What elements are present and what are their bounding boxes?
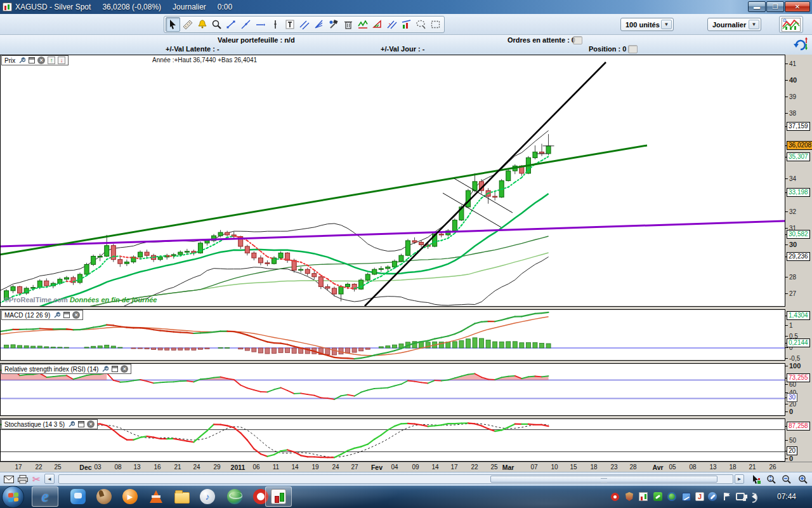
detach-window-icon[interactable] (29, 57, 35, 64)
vertical-line-tool-icon (269, 18, 282, 31)
vertical-line-tool[interactable] (268, 17, 282, 32)
time-axis-label: 22 (471, 464, 478, 471)
volume-icon[interactable] (749, 491, 759, 502)
taskbar-explorer-folder-icon[interactable] (174, 488, 190, 505)
prorealtime-tray-icon[interactable] (638, 491, 648, 502)
wrench-icon[interactable] (67, 420, 75, 428)
rsi-panel-header[interactable]: Relative strength index (RSI) (14) × (1, 364, 131, 374)
lasso-select-tool[interactable] (414, 17, 428, 32)
network-monitor-icon[interactable] (681, 491, 691, 502)
stochastic-panel[interactable] (0, 418, 785, 462)
restore-button[interactable]: ❐ (766, 1, 784, 12)
action-center-flag-icon[interactable] (721, 491, 731, 502)
download-manager-icon[interactable] (653, 491, 663, 502)
start-button[interactable] (2, 486, 24, 508)
wrench-icon[interactable] (18, 57, 26, 64)
units-select[interactable]: 100 unités ▼ (620, 18, 674, 31)
stochastic-panel-header[interactable]: Stochastique (14 3 5) × (1, 419, 98, 429)
taskbar-media-player-icon[interactable]: ▶ (122, 488, 138, 505)
axis-label: 1,4304 (787, 311, 810, 320)
zoom-vertical-icon[interactable] (765, 474, 777, 485)
taskbar-vlc-icon[interactable] (148, 488, 164, 505)
print-icon[interactable] (16, 474, 29, 485)
time-axis-label: 22 (35, 464, 42, 471)
taskbar-globe-browser-icon[interactable] (226, 488, 243, 505)
alert-bell-tool[interactable] (195, 17, 209, 32)
trend-fork-tool[interactable] (311, 17, 326, 32)
text-tool[interactable] (282, 17, 297, 32)
close-panel-icon[interactable]: × (37, 57, 45, 64)
macd-chart[interactable] (1, 310, 785, 360)
ruler-tool[interactable] (180, 17, 195, 32)
taskbar-ie-icon[interactable]: e (32, 486, 58, 507)
pattern-detect-tool[interactable] (370, 17, 384, 32)
collapse-left-icon[interactable]: ◄ (44, 474, 55, 484)
refresh-icon[interactable] (793, 37, 809, 52)
price-panel[interactable] (0, 55, 785, 307)
taskbar-messenger-icon[interactable] (70, 488, 86, 505)
watermark-note: Données en fin de journée (70, 296, 157, 304)
scroll-right-button[interactable]: ► (735, 474, 744, 484)
close-panel-icon[interactable]: × (87, 420, 95, 428)
window-title-price: 36,0208 (-0,08%) (102, 3, 161, 11)
opera-tray-icon[interactable] (610, 491, 620, 502)
horizontal-scrollbar[interactable] (58, 474, 733, 484)
close-panel-icon[interactable]: × (121, 365, 128, 373)
stochastic-chart[interactable] (1, 419, 785, 461)
sell-arrow-icon[interactable]: ↓ (58, 57, 65, 64)
axis-label: 87,258 (787, 422, 810, 431)
pointer-tool[interactable] (166, 17, 180, 32)
channel-tool[interactable] (297, 17, 311, 32)
axis-label: 39 (789, 93, 796, 100)
security-shield-icon[interactable] (624, 491, 634, 502)
pointer-mode-icon[interactable] (750, 474, 762, 485)
price-chart[interactable] (1, 55, 785, 306)
detach-window-icon[interactable] (78, 421, 84, 427)
settings-wrench-icon[interactable] (707, 491, 717, 502)
green-uptrend-line[interactable] (1, 145, 647, 255)
parallel-lines-tool[interactable] (384, 17, 399, 32)
time-axis-label: 27 (351, 464, 358, 471)
scrollbar-thumb[interactable] (490, 476, 717, 483)
daemon-tools-icon[interactable] (667, 491, 677, 502)
drawing-settings-tool[interactable] (326, 17, 341, 32)
macd-panel[interactable] (0, 309, 785, 361)
buy-arrow-icon[interactable]: ↑ (48, 57, 55, 64)
detach-window-icon[interactable] (63, 312, 70, 318)
taskbar-emule-icon[interactable] (96, 488, 112, 505)
chart-annotate-tool[interactable] (399, 17, 414, 32)
trendline-tool[interactable] (239, 17, 253, 32)
axis-label: 27 (789, 290, 796, 297)
zigzag-indicator-tool[interactable] (355, 17, 370, 32)
zoom-tool[interactable] (209, 17, 224, 32)
position-icon[interactable] (628, 45, 638, 53)
close-button[interactable]: ✕ (785, 1, 810, 12)
horizontal-line-tool[interactable] (253, 17, 268, 32)
wrench-icon[interactable] (53, 311, 61, 319)
pending-orders-icon[interactable] (573, 36, 582, 44)
close-panel-icon[interactable]: × (72, 311, 80, 319)
delete-drawings-tool[interactable] (341, 17, 355, 32)
clock[interactable]: 07:44 (766, 492, 807, 501)
taskbar-itunes-icon[interactable]: ♪ (199, 488, 216, 505)
macd-panel-header[interactable]: MACD (12 26 9) × (1, 310, 83, 320)
zoom-out-icon[interactable] (780, 474, 792, 485)
title-bar[interactable]: XAGUSD - Silver Spot 36,0208 (-0,08%) Jo… (0, 0, 812, 14)
app-candlestick-icon (3, 3, 12, 11)
mail-icon[interactable] (3, 474, 15, 485)
segment-tool[interactable] (224, 17, 239, 32)
java-icon[interactable]: J (695, 491, 705, 502)
cut-icon[interactable]: ✂ (30, 474, 43, 485)
zoom-in-icon[interactable] (797, 474, 809, 485)
purple-longterm-line[interactable] (1, 221, 785, 246)
timeframe-select[interactable]: Journalier ▼ (707, 18, 761, 31)
detach-window-icon[interactable] (112, 366, 118, 372)
price-panel-header[interactable]: Prix × ↑ ↓ (1, 55, 69, 65)
minimize-button[interactable]: ▬ (748, 1, 766, 12)
chart-display-button[interactable] (779, 16, 803, 33)
axis-label: 40 (789, 76, 797, 84)
time-axis-label: 18 (729, 464, 736, 471)
wrench-icon[interactable] (101, 365, 109, 373)
rectangle-zoom-tool[interactable] (428, 17, 443, 32)
taskbar-prorealtime-icon[interactable] (265, 486, 292, 507)
